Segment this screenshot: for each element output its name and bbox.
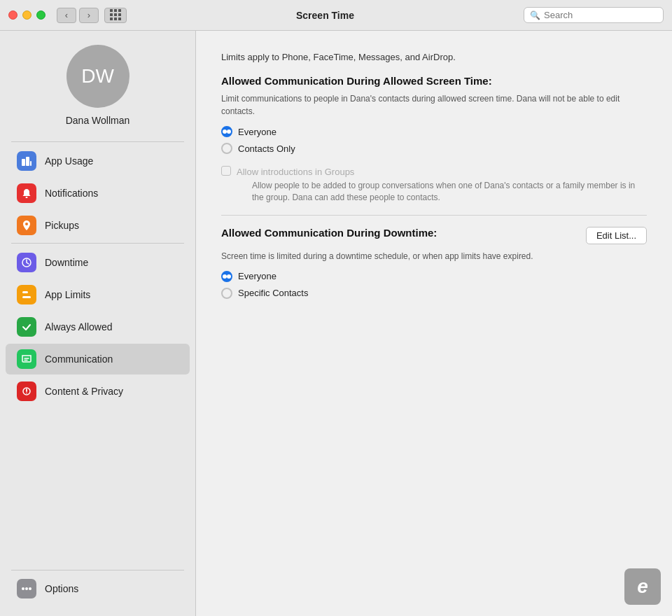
radio-everyone-circle[interactable] <box>221 126 232 137</box>
notifications-icon <box>17 183 36 203</box>
svg-point-10 <box>25 587 28 590</box>
back-button[interactable]: ‹ <box>57 8 76 23</box>
sidebar-label-notifications: Notifications <box>45 188 98 199</box>
sidebar-divider-top <box>11 141 184 142</box>
app-usage-icon <box>17 151 36 171</box>
forward-button[interactable]: › <box>79 8 99 23</box>
sidebar-label-content-privacy: Content & Privacy <box>45 386 123 397</box>
screen-time-radio-group: Everyone Contacts Only <box>221 126 647 154</box>
pickups-icon <box>17 216 36 235</box>
close-button[interactable] <box>8 10 18 20</box>
sidebar-label-always-allowed: Always Allowed <box>45 321 113 332</box>
svg-rect-6 <box>22 296 31 298</box>
watermark: e <box>624 568 661 605</box>
svg-rect-1 <box>26 157 29 166</box>
radio-everyone[interactable]: Everyone <box>221 126 647 137</box>
allow-groups-checkbox[interactable] <box>221 166 231 176</box>
traffic-lights <box>8 10 46 20</box>
window-title: Screen Time <box>127 10 524 21</box>
sidebar-label-options: Options <box>45 583 78 594</box>
svg-point-12 <box>29 587 31 590</box>
allowed-screen-time-section: Allowed Communication During Allowed Scr… <box>221 75 647 204</box>
sidebar-divider-bottom <box>11 570 184 570</box>
sidebar-item-pickups[interactable]: Pickups <box>6 210 190 241</box>
sidebar: DW Dana Wollman App Usage Notifications … <box>0 31 196 616</box>
allowed-downtime-section: Allowed Communication During Downtime: E… <box>221 227 647 299</box>
allowed-screen-time-title: Allowed Communication During Allowed Scr… <box>221 75 647 87</box>
radio-everyone-down-label: Everyone <box>238 271 276 281</box>
svg-point-9 <box>26 393 27 394</box>
user-section: DW Dana Wollman <box>0 45 195 140</box>
svg-rect-7 <box>22 291 28 293</box>
sidebar-item-communication[interactable]: Communication <box>6 344 190 374</box>
radio-specific-contacts-circle[interactable] <box>221 288 232 299</box>
sidebar-item-downtime[interactable]: Downtime <box>6 247 190 278</box>
grid-button[interactable] <box>104 8 127 23</box>
content-area: Limits apply to Phone, FaceTime, Message… <box>196 31 672 616</box>
svg-rect-2 <box>30 161 31 166</box>
intro-text: Limits apply to Phone, FaceTime, Message… <box>221 52 647 62</box>
sidebar-label-pickups: Pickups <box>45 220 79 231</box>
svg-point-11 <box>22 587 24 590</box>
sidebar-item-content-privacy[interactable]: Content & Privacy <box>6 376 190 407</box>
main-layout: DW Dana Wollman App Usage Notifications … <box>0 31 672 616</box>
radio-specific-contacts-label: Specific Contacts <box>238 288 308 298</box>
downtime-icon <box>17 253 36 272</box>
sidebar-item-app-limits[interactable]: App Limits <box>6 279 190 310</box>
user-name: Dana Wollman <box>66 115 130 126</box>
radio-everyone-label: Everyone <box>238 127 276 137</box>
search-input[interactable] <box>544 10 657 20</box>
sidebar-label-communication: Communication <box>45 354 113 365</box>
downtime-header-row: Allowed Communication During Downtime: E… <box>221 227 647 244</box>
nav-buttons: ‹ › <box>57 8 99 23</box>
maximize-button[interactable] <box>36 10 46 20</box>
content-privacy-icon <box>17 382 36 401</box>
allow-groups-desc: Allow people to be added to group conver… <box>252 180 647 204</box>
radio-contacts-only[interactable]: Contacts Only <box>221 143 647 154</box>
communication-icon <box>17 349 36 369</box>
radio-everyone-down-circle[interactable] <box>221 271 232 282</box>
sidebar-item-options[interactable]: Options <box>6 573 190 604</box>
sidebar-bottom: Options <box>0 568 195 616</box>
allow-groups-item: Allow introductions in Groups Allow peop… <box>221 165 647 204</box>
radio-contacts-only-circle[interactable] <box>221 143 232 154</box>
svg-rect-3 <box>26 197 28 198</box>
sidebar-label-downtime: Downtime <box>45 257 88 268</box>
svg-rect-0 <box>22 159 25 166</box>
always-allowed-icon <box>17 317 36 337</box>
sidebar-item-notifications[interactable]: Notifications <box>6 178 190 209</box>
search-icon: 🔍 <box>530 10 540 20</box>
sidebar-item-app-usage[interactable]: App Usage <box>6 146 190 176</box>
svg-point-4 <box>25 223 28 225</box>
allow-groups-label: Allow introductions in Groups <box>237 167 354 177</box>
sidebar-divider-mid <box>11 243 184 244</box>
search-box[interactable]: 🔍 <box>524 7 664 23</box>
sidebar-label-app-usage: App Usage <box>45 155 93 167</box>
allowed-downtime-desc: Screen time is limited during a downtime… <box>221 250 647 262</box>
minimize-button[interactable] <box>22 10 31 20</box>
app-limits-icon <box>17 285 36 304</box>
downtime-radio-group: Everyone Specific Contacts <box>221 271 647 299</box>
sidebar-label-app-limits: App Limits <box>45 289 90 300</box>
options-icon <box>17 579 36 598</box>
edit-list-button[interactable]: Edit List... <box>586 227 647 244</box>
radio-specific-contacts[interactable]: Specific Contacts <box>221 288 647 299</box>
section-divider <box>221 215 647 216</box>
allowed-screen-time-desc: Limit communications to people in Dana's… <box>221 92 647 118</box>
allowed-downtime-title: Allowed Communication During Downtime: <box>221 227 437 239</box>
radio-everyone-down[interactable]: Everyone <box>221 271 647 282</box>
grid-icon <box>110 9 122 21</box>
avatar: DW <box>66 45 130 108</box>
titlebar: ‹ › Screen Time 🔍 <box>0 0 672 31</box>
radio-contacts-only-label: Contacts Only <box>238 144 295 154</box>
sidebar-item-always-allowed[interactable]: Always Allowed <box>6 312 190 342</box>
